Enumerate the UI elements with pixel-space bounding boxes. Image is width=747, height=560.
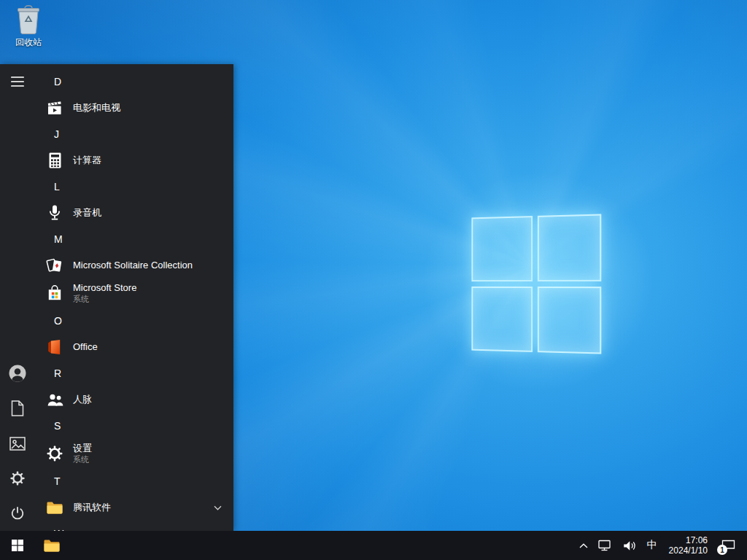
clock[interactable]: 17:06 2024/1/10	[662, 531, 714, 560]
calculator-icon	[45, 151, 64, 170]
logo-pane	[537, 214, 601, 281]
section-letter-s[interactable]: S	[35, 413, 233, 439]
chevron-up-icon	[579, 543, 588, 548]
clock-time: 17:06	[686, 535, 708, 545]
windows-logo-icon	[12, 540, 23, 551]
section-letter-m[interactable]: M	[35, 226, 233, 252]
store-bag-icon	[45, 284, 64, 303]
volume-button[interactable]	[617, 531, 642, 560]
action-center-button[interactable]: 1	[714, 531, 747, 560]
expand-menu-button[interactable]	[0, 64, 35, 99]
section-letter-d[interactable]: D	[35, 69, 233, 95]
app-item-movies-tv[interactable]: 电影和电视	[35, 95, 233, 121]
app-label: Microsoft Solitaire Collection	[73, 260, 193, 271]
app-item-voice-recorder[interactable]: 录音机	[35, 200, 233, 226]
app-item-calculator[interactable]: 计算器	[35, 147, 233, 174]
notification-badge: 1	[717, 545, 727, 555]
section-letter-l[interactable]: L	[35, 174, 233, 200]
app-item-settings[interactable]: 设置 系统	[35, 439, 233, 468]
app-label: 录音机	[73, 207, 101, 219]
document-icon	[11, 400, 24, 416]
ime-indicator[interactable]: 中	[642, 531, 662, 560]
speaker-icon	[622, 540, 637, 552]
pictures-icon	[9, 437, 26, 451]
app-list: D 电影和电视 J	[35, 64, 233, 531]
power-icon	[9, 505, 26, 521]
app-label: 设置	[73, 443, 92, 454]
app-item-tencent-folder[interactable]: 腾讯软件	[35, 494, 233, 521]
system-tray: 中 17:06 2024/1/10 1	[574, 531, 747, 560]
recycle-bin-icon	[15, 4, 42, 35]
movies-tv-icon	[45, 98, 64, 117]
network-button[interactable]	[593, 531, 617, 560]
file-explorer-button[interactable]	[35, 531, 69, 560]
account-button[interactable]	[0, 356, 35, 391]
people-icon	[45, 390, 64, 409]
section-letter-r[interactable]: R	[35, 360, 233, 386]
screen: 回收站	[0, 0, 747, 560]
section-letter-j[interactable]: J	[35, 121, 233, 147]
recycle-bin-label: 回收站	[15, 36, 42, 49]
gear-icon	[9, 470, 26, 486]
app-item-people[interactable]: 人脉	[35, 386, 233, 413]
app-label: Microsoft Store	[73, 282, 136, 294]
app-item-office[interactable]: Office	[35, 334, 233, 360]
section-letter-w[interactable]: W	[35, 521, 233, 531]
windows-hero-logo	[471, 214, 601, 354]
folder-icon	[45, 498, 64, 517]
clock-date: 2024/1/10	[669, 545, 708, 556]
app-label: 人脉	[73, 394, 92, 405]
logo-pane	[537, 287, 601, 354]
documents-button[interactable]	[0, 391, 35, 426]
pictures-button[interactable]	[0, 426, 35, 461]
recycle-bin-shortcut[interactable]: 回收站	[7, 4, 50, 49]
power-button[interactable]	[0, 496, 35, 531]
settings-button[interactable]	[0, 461, 35, 496]
section-letter-t[interactable]: T	[35, 468, 233, 494]
network-icon	[598, 540, 612, 551]
start-menu: D 电影和电视 J	[0, 64, 233, 531]
hamburger-icon	[11, 77, 24, 87]
folder-icon	[43, 538, 61, 553]
logo-pane	[471, 287, 532, 352]
app-item-solitaire[interactable]: Microsoft Solitaire Collection	[35, 252, 233, 279]
cards-icon	[45, 256, 64, 275]
user-icon	[8, 364, 27, 383]
app-label: Office	[73, 341, 98, 353]
app-item-microsoft-store[interactable]: Microsoft Store 系统	[35, 279, 233, 308]
microphone-icon	[45, 203, 64, 222]
chevron-down-icon[interactable]	[214, 505, 222, 510]
app-subtitle: 系统	[73, 295, 136, 304]
gear-icon	[45, 444, 64, 463]
app-label: 电影和电视	[73, 102, 120, 114]
app-subtitle: 系统	[73, 455, 92, 464]
tray-overflow-button[interactable]	[574, 531, 593, 560]
start-menu-rail	[0, 64, 35, 531]
app-label: 腾讯软件	[73, 502, 111, 513]
section-letter-o[interactable]: O	[35, 308, 233, 334]
app-label: 计算器	[73, 155, 101, 166]
taskbar: 中 17:06 2024/1/10 1	[0, 531, 747, 560]
logo-pane	[471, 216, 532, 281]
office-icon	[45, 338, 64, 357]
start-button[interactable]	[0, 531, 35, 560]
